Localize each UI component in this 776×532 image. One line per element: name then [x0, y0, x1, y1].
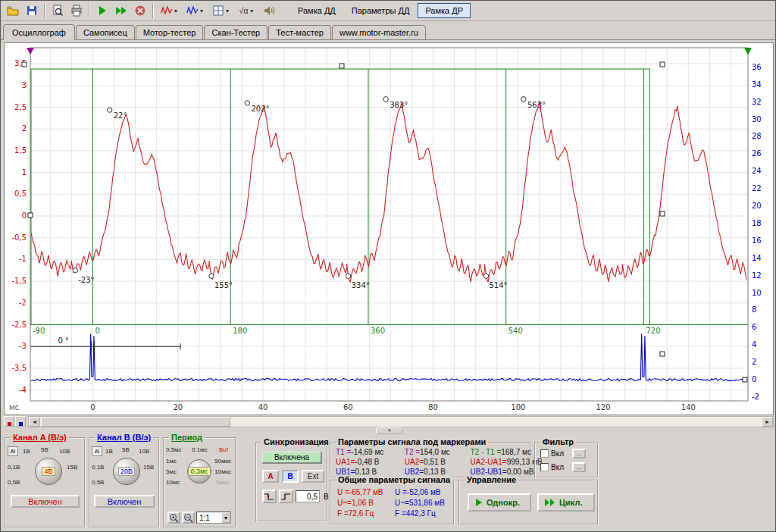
- signal-a-menu-button[interactable]: ▼: [157, 2, 182, 19]
- filter-a-row: Вкл ...: [540, 449, 586, 458]
- sync-enabled-button[interactable]: Включена: [261, 451, 322, 464]
- oscilloscope-window: ▼ ▼ ▼ √α ▼ Рамка ДД Параметры ДД Рамка Д…: [0, 0, 776, 532]
- drag-handle[interactable]: [660, 352, 665, 356]
- tab-recorder[interactable]: Самописец: [76, 25, 135, 39]
- sync-slope-falling-button[interactable]: [262, 490, 277, 503]
- marker-params-group: Параметры сигнала под маркерами T1 =-14,…: [330, 442, 531, 478]
- drag-handle[interactable]: [743, 377, 747, 382]
- drag-handle[interactable]: [660, 62, 665, 67]
- params-dd-button[interactable]: Параметры ДД: [344, 3, 418, 18]
- tab-oscilloscope[interactable]: Осциллограф: [3, 24, 75, 40]
- channel-b-knob[interactable]: 20В: [113, 458, 140, 485]
- zero-angle-label: 0 °: [58, 336, 70, 345]
- stop-button[interactable]: [131, 2, 149, 19]
- zoom-ratio-select[interactable]: 1:1 ▼: [196, 512, 231, 524]
- frame-dr-button[interactable]: Рамка ДР: [418, 3, 471, 18]
- horizontal-scrollbar[interactable]: ◄ ►: [28, 416, 774, 427]
- channel-a-coupling-button[interactable]: АI: [8, 446, 18, 456]
- peak-marker: [107, 108, 111, 112]
- sync-source-a-button[interactable]: А: [262, 470, 279, 483]
- t1-value: -14,69 мс: [351, 448, 383, 456]
- channel-a-visibility-button[interactable]: [4, 416, 14, 427]
- cyclic-run-button[interactable]: Цикл.: [537, 493, 595, 512]
- drag-handle[interactable]: [340, 64, 344, 68]
- stop-icon: [134, 5, 146, 17]
- right-axis-tick-label: 36: [752, 63, 762, 71]
- scale-label: 15В: [67, 464, 77, 471]
- t2-value: 154,0 мс: [420, 448, 450, 456]
- left-axis-tick-label: 1: [22, 168, 27, 177]
- sync-group: Синхронизация Включена А В Ext В: [255, 442, 328, 522]
- frame-dd-button[interactable]: Рамка ДД: [290, 3, 343, 18]
- filter-b-settings-button[interactable]: ...: [572, 462, 586, 472]
- grid-menu-button[interactable]: ▼: [208, 2, 233, 19]
- ua2-label: UA2=: [405, 458, 424, 466]
- channel-a-knob[interactable]: 4В: [35, 458, 62, 485]
- channel-b-power-button[interactable]: Включен: [94, 495, 154, 508]
- start-button[interactable]: [93, 2, 111, 19]
- period-knob-value: 0,3мс: [188, 467, 210, 476]
- channel-b-knob-value: 20В: [118, 467, 135, 476]
- oscilloscope-plot[interactable]: -9001803605407203,532,521,510,50-0,5-1-1…: [4, 42, 774, 415]
- peak-marker: [521, 97, 526, 102]
- tab-motor-tester[interactable]: Мотор-тестер: [136, 25, 204, 39]
- marker-params-title: Параметры сигнала под маркерами: [336, 437, 488, 446]
- left-axis-tick-label: -2,5: [11, 321, 27, 329]
- tab-website[interactable]: www.motor-master.ru: [332, 25, 426, 39]
- chevron-down-icon: ▼: [199, 8, 205, 14]
- single-run-label: Однокр.: [487, 498, 520, 507]
- scrollbar-thumb[interactable]: [41, 417, 230, 427]
- time-axis-unit: мс: [9, 403, 19, 412]
- drag-handle[interactable]: [660, 211, 665, 216]
- trough-angle-label: 334°: [352, 281, 370, 289]
- chevron-down-icon: ▼: [225, 8, 230, 14]
- right-axis-tick-label: 8: [752, 305, 756, 314]
- double-play-icon: [545, 499, 555, 506]
- toolbar-separator: [89, 3, 90, 18]
- grid-icon: [212, 5, 224, 17]
- signal-b-menu-button[interactable]: ▼: [183, 2, 208, 19]
- zoom-in-button[interactable]: [167, 512, 180, 524]
- tab-scan-tester[interactable]: Скан-Тестер: [204, 25, 268, 39]
- channel-a-knob-value: 4В: [42, 467, 55, 476]
- time-axis-tick-label: 40: [258, 403, 268, 412]
- sync-source-ext-button[interactable]: Ext: [302, 470, 324, 483]
- print-preview-icon: [52, 5, 64, 17]
- period-knob[interactable]: 0,3мс: [187, 459, 211, 483]
- zoom-out-button[interactable]: [182, 512, 195, 524]
- channel-b-title: Канал B (В/э): [95, 433, 153, 442]
- sync-source-b-button[interactable]: В: [282, 470, 299, 483]
- sound-button[interactable]: [260, 2, 278, 19]
- zoom-in-icon: [169, 513, 179, 523]
- filter-a-checkbox[interactable]: [540, 449, 549, 458]
- scale-label: 0,5В: [8, 479, 20, 486]
- filter-group: Фильтр Вкл ... Вкл ...: [534, 442, 599, 478]
- channel-a-power-button[interactable]: Включен: [11, 495, 80, 508]
- time-axis-tick-label: 60: [343, 403, 353, 412]
- channel-b-coupling-button[interactable]: АI: [92, 446, 102, 456]
- drag-handle[interactable]: [28, 213, 33, 217]
- tab-test-master[interactable]: Тест-мастер: [268, 25, 331, 39]
- start-cyclic-button[interactable]: [112, 2, 130, 19]
- filter-b-checkbox[interactable]: [540, 463, 549, 471]
- channel-a-knob-area: АI 1В 5В 10В 0,1В 15В 0,5В 4В: [6, 446, 84, 492]
- channel-b-visibility-button[interactable]: [15, 416, 26, 427]
- scroll-left-button[interactable]: ◄: [29, 417, 40, 427]
- print-button[interactable]: [67, 2, 86, 19]
- filter-a-settings-button[interactable]: ...: [572, 449, 586, 458]
- sync-slope-rising-button[interactable]: [279, 490, 293, 503]
- drag-handle[interactable]: [22, 62, 27, 67]
- open-file-button[interactable]: [4, 2, 22, 19]
- zoom-row: 1:1 ▼: [167, 512, 231, 524]
- single-run-button[interactable]: Однокр.: [468, 493, 531, 512]
- save-file-button[interactable]: [23, 2, 41, 19]
- math-menu-button[interactable]: √α ▼: [234, 2, 259, 19]
- scope-canvas[interactable]: -9001803605407203,532,521,510,50-0,5-1-1…: [5, 43, 773, 415]
- left-axis-tick-label: 1,5: [14, 146, 27, 155]
- sync-level-input[interactable]: [296, 490, 320, 502]
- print-preview-button[interactable]: [48, 2, 67, 19]
- scroll-right-button[interactable]: ►: [762, 417, 773, 427]
- dt-value: 168,7 мс: [501, 448, 531, 456]
- right-axis-tick-label: 34: [752, 80, 762, 89]
- dt-label: T2 - T1 =: [471, 448, 502, 456]
